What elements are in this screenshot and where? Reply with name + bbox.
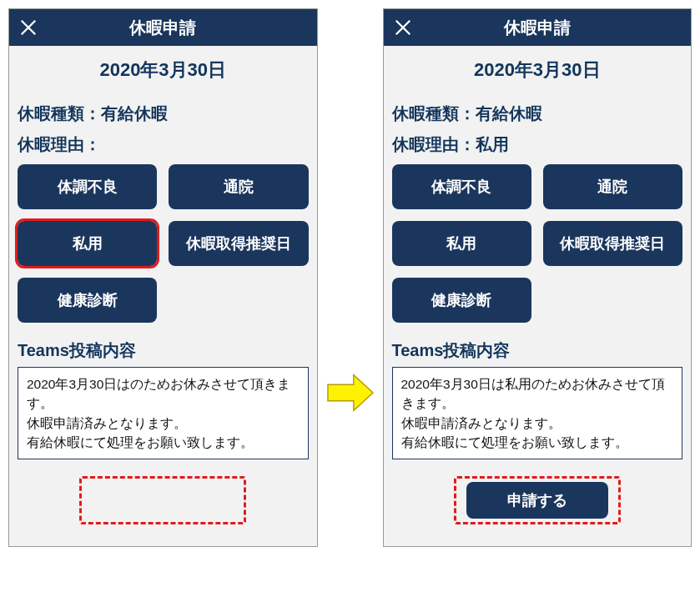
reason-button[interactable]: 健康診断 [18,278,157,323]
leave-type-value: 有給休暇 [476,104,542,123]
leave-type-label: 休暇種類： [392,104,476,123]
submit-area [18,476,309,531]
header: 休暇申請 [9,9,317,46]
leave-type-line: 休暇種類：有給休暇 [18,103,309,125]
submit-area: 申請する [392,476,683,531]
leave-type-label: 休暇種類： [18,104,101,123]
leave-type-value: 有給休暇 [101,104,168,123]
reason-button[interactable]: 健康診断 [392,278,531,323]
phone-right: 休暇申請 2020年3月30日 休暇種類：有給休暇 休暇理由：私用 体調不良 通… [383,8,692,547]
header: 休暇申請 [384,9,692,46]
reason-grid: 体調不良 通院 私用 休暇取得推奨日 健康診断 [18,164,309,323]
leave-reason-value: 私用 [476,135,509,153]
date-label: 2020年3月30日 [384,46,692,103]
reason-button[interactable]: 体調不良 [392,164,531,209]
reason-button[interactable]: 通院 [543,164,682,209]
header-title: 休暇申請 [384,17,692,39]
phone-left: 休暇申請 2020年3月30日 休暇種類：有給休暇 休暇理由： 体調不良 通院 … [8,8,318,547]
leave-reason-label: 休暇理由： [18,135,101,153]
reason-button[interactable]: 体調不良 [18,164,157,209]
date-label: 2020年3月30日 [9,46,317,103]
reason-button[interactable]: 通院 [169,164,308,209]
leave-reason-label: 休暇理由： [392,135,476,153]
leave-reason-line: 休暇理由：私用 [392,133,683,156]
teams-section-title: Teams投稿内容 [18,339,309,362]
arrow-icon [326,373,375,416]
close-icon[interactable] [18,17,39,38]
reason-button[interactable]: 休暇取得推奨日 [543,221,682,266]
reason-button[interactable]: 休暇取得推奨日 [169,221,308,266]
reason-grid: 体調不良 通院 私用 休暇取得推奨日 健康診断 [392,164,683,323]
submit-highlight: 申請する [454,476,621,524]
close-icon[interactable] [392,17,414,38]
teams-body: 2020年3月30日は私用のためお休みさせて頂きます。 休暇申請済みとなります。… [392,367,683,459]
reason-button[interactable]: 私用 [18,221,157,266]
leave-reason-line: 休暇理由： [18,133,309,156]
leave-type-line: 休暇種類：有給休暇 [392,103,683,125]
teams-section-title: Teams投稿内容 [392,339,683,362]
teams-body: 2020年3月30日はのためお休みさせて頂きます。 休暇申請済みとなります。 有… [18,367,309,459]
header-title: 休暇申請 [9,17,317,39]
submit-placeholder [79,476,246,524]
svg-marker-2 [327,375,372,411]
reason-button[interactable]: 私用 [392,221,531,266]
submit-button[interactable]: 申請する [466,482,608,519]
